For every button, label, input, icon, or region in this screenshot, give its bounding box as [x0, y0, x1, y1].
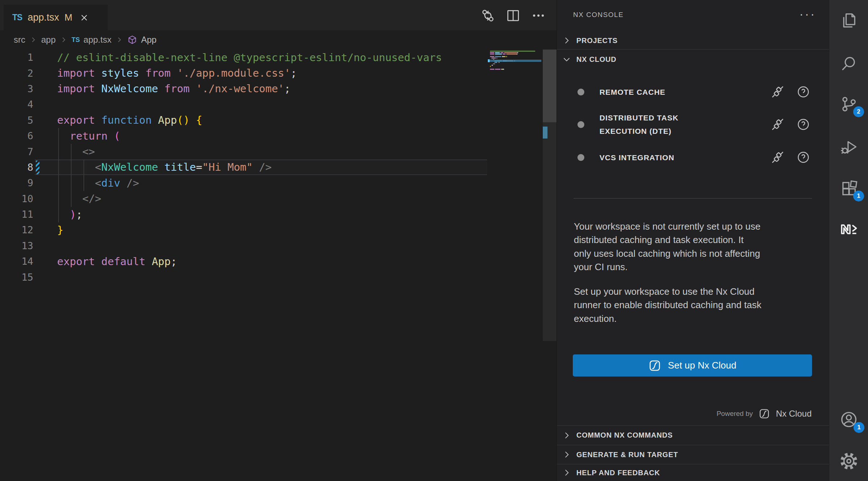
code-line: 1// eslint-disable-next-line @typescript… — [0, 50, 542, 65]
line-number: 13 — [0, 240, 33, 251]
section-label: GENERATE & RUN TARGET — [576, 451, 678, 459]
open-changes-icon[interactable] — [480, 8, 496, 24]
feature-label: REMOTE CACHE — [600, 85, 665, 99]
activity-item-nx-console[interactable] — [829, 218, 868, 241]
breadcrumb: src app TS app.tsx App — [0, 30, 557, 49]
section-label: COMMON NX COMMANDS — [576, 431, 673, 439]
nx-cloud-logo-icon — [759, 408, 770, 420]
minimap-current-line — [488, 60, 541, 62]
editor-toolbar — [480, 7, 549, 24]
breadcrumb-item-symbol-app[interactable]: App — [127, 35, 156, 45]
activity-item-source-control[interactable]: 2 — [829, 93, 868, 116]
section-help-and-feedback[interactable]: HELP AND FEEDBACK — [557, 464, 829, 481]
line-number: 1 — [0, 52, 33, 63]
divider — [573, 198, 812, 199]
nx-cloud-message: Set up your workspace to use the Nx Clou… — [574, 285, 816, 325]
feature-label: VCS INTEGRATION — [600, 151, 674, 164]
section-generate-run-target[interactable]: GENERATE & RUN TARGET — [557, 445, 829, 464]
setup-button-label: Set up Nx Cloud — [668, 360, 736, 371]
line-number: 11 — [0, 209, 33, 220]
badge: 2 — [853, 106, 864, 117]
gear-icon — [839, 451, 859, 471]
nx-cloud-item-vcs-integration: VCS INTEGRATION — [557, 147, 829, 167]
breadcrumb-item-file[interactable]: TS app.tsx — [72, 35, 111, 45]
code-line: 9 <div /> — [0, 175, 542, 191]
activity-item-run-and-debug[interactable] — [829, 135, 868, 158]
line-number: 10 — [0, 193, 33, 204]
breadcrumb-item-src[interactable]: src — [14, 35, 25, 45]
symbol-cube-icon — [127, 35, 137, 45]
bullet-icon — [577, 154, 584, 161]
activity-item-manage[interactable] — [829, 450, 868, 473]
feature-label: DISTRIBUTED TASKEXECUTION (DTE) — [600, 111, 679, 138]
minimap[interactable] — [488, 51, 541, 159]
more-actions-icon[interactable] — [530, 8, 546, 24]
code-line: 5export function App() { — [0, 112, 542, 128]
line-number: 2 — [0, 68, 33, 79]
line-number: 9 — [0, 177, 33, 188]
code-line: 13 — [0, 238, 542, 254]
scrollbar-slider[interactable] — [543, 50, 557, 122]
tab-bar: TS app.tsx M — [0, 0, 557, 30]
line-number: 15 — [0, 272, 33, 283]
code-editor[interactable]: 1// eslint-disable-next-line @typescript… — [0, 50, 542, 285]
help-icon[interactable] — [796, 117, 811, 132]
breadcrumb-item-app[interactable]: app — [41, 35, 56, 45]
explorer-icon — [839, 11, 858, 30]
activity-item-search[interactable] — [829, 52, 868, 75]
activity-item-explorer[interactable] — [829, 9, 868, 32]
account-icon: 1 — [839, 410, 859, 429]
activity-item-accounts[interactable]: 1 — [829, 408, 868, 431]
activity-item-extensions[interactable]: 1 — [829, 177, 868, 200]
badge: 1 — [854, 422, 864, 433]
chevron-right-icon — [562, 36, 571, 45]
panel-more-actions-icon[interactable]: ··· — [799, 7, 816, 21]
run-and-debug-icon — [839, 137, 858, 156]
chevron-down-icon — [562, 55, 571, 64]
indent-guide — [71, 144, 72, 207]
split-editor-icon[interactable] — [505, 8, 521, 24]
line-number: 7 — [0, 146, 33, 157]
section-label: PROJECTS — [576, 37, 618, 45]
code-line: 2import styles from './app.module.css'; — [0, 65, 542, 81]
modified-indicator: M — [64, 12, 72, 23]
code-line: 11 ); — [0, 207, 542, 222]
line-number: 5 — [0, 115, 33, 126]
powered-by: Powered by Nx Cloud — [717, 404, 812, 423]
connect-icon[interactable] — [770, 117, 785, 132]
panel-title: NX CONSOLE — [573, 11, 624, 19]
code-line: 6 return ( — [0, 128, 542, 144]
code-line: 10 </> — [0, 191, 542, 207]
help-icon[interactable] — [796, 150, 811, 165]
ts-file-icon: TS — [72, 36, 80, 44]
overview-ruler-modified-marker — [543, 127, 547, 139]
section-label: NX CLOUD — [576, 55, 616, 64]
line-number: 12 — [0, 224, 33, 235]
nx-cloud-item-remote-cache: REMOTE CACHE — [557, 81, 829, 102]
breadcrumb-separator-icon — [30, 36, 37, 43]
nx-cloud-logo-icon — [648, 359, 661, 372]
tab-app-tsx[interactable]: TS app.tsx M — [4, 5, 108, 30]
source-control-icon: 2 — [839, 95, 858, 114]
help-icon[interactable] — [796, 85, 811, 99]
code-line: 12} — [0, 222, 542, 238]
section-common-nx-commands[interactable]: COMMON NX COMMANDS — [557, 425, 829, 445]
panel-header: NX CONSOLE ··· — [557, 0, 829, 32]
connect-icon[interactable] — [770, 150, 785, 165]
code-line: 7 <> — [0, 144, 542, 159]
nx-cloud-message: Your workspace is not currently set up t… — [574, 220, 816, 274]
code-line: 3import NxWelcome from './nx-welcome'; — [0, 81, 542, 97]
setup-nx-cloud-button[interactable]: Set up Nx Cloud — [573, 354, 812, 376]
line-number: 6 — [0, 130, 33, 141]
line-number: 8 — [0, 162, 33, 173]
section-nx-cloud[interactable]: NX CLOUD — [557, 50, 829, 69]
vscode-window: TS app.tsx M — [0, 0, 868, 481]
nx-console-icon — [839, 219, 859, 239]
nx-console-panel: NX CONSOLE ··· PROJECTS NX CLOUD REMOTE … — [557, 0, 829, 481]
connect-icon[interactable] — [770, 84, 785, 99]
close-icon[interactable] — [79, 13, 89, 23]
typescript-file-icon: TS — [12, 13, 22, 22]
chevron-right-icon — [562, 468, 571, 477]
section-projects[interactable]: PROJECTS — [557, 32, 829, 50]
section-label: HELP AND FEEDBACK — [576, 469, 660, 477]
